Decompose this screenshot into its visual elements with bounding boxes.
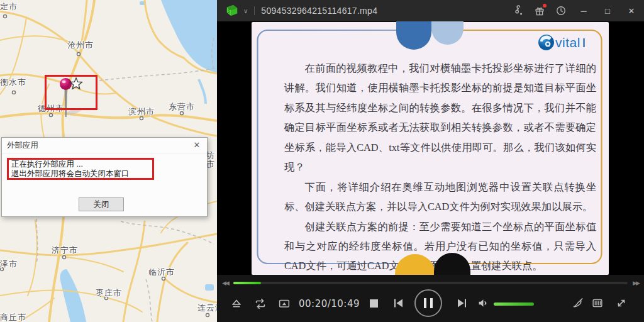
pepper-icon[interactable]: [570, 296, 584, 310]
city-label: 商丘市: [0, 312, 26, 322]
map-annotation-rectangle: [45, 75, 97, 110]
maximize-button[interactable]: □: [600, 6, 615, 16]
dialog-close-icon[interactable]: ✕: [191, 138, 203, 153]
city-label: 沧州市: [67, 40, 94, 51]
city-label: 东营市: [169, 101, 195, 113]
chevron-down-icon[interactable]: ∨: [243, 8, 248, 14]
screen: 定市 沧州市 衡水市 德州市 滨州市 东营市 坊市 济宁市 泽市 临沂市 枣庄市…: [0, 0, 644, 322]
seek-forward-icon[interactable]: ▶▶: [633, 280, 639, 286]
slide-paragraph: 下面，将详细介绍在奥维互动地图浏览器中设置关联点转换坐标、创建关联点方案，并以导…: [284, 177, 596, 217]
city-label: 定市: [0, 1, 18, 13]
city-label: 枣庄市: [96, 287, 122, 299]
pond: [205, 284, 214, 291]
playlist-icon[interactable]: [591, 296, 604, 310]
player-controls: ◀◀ ▶▶: [217, 275, 644, 322]
stop-button[interactable]: [370, 299, 378, 308]
dialog-titlebar[interactable]: 外部应用 ✕: [2, 138, 207, 153]
player-logo-film-icon[interactable]: [225, 4, 240, 18]
close-button[interactable]: ✕: [624, 6, 639, 16]
volume-icon[interactable]: [476, 296, 490, 310]
titlebar-divider: [254, 6, 255, 15]
seek-row: ◀◀ ▶▶: [217, 275, 644, 289]
city-label: 衡水市: [0, 77, 26, 88]
river: [199, 79, 206, 104]
open-file-eject-icon[interactable]: [230, 297, 243, 311]
pause-button[interactable]: [414, 289, 442, 317]
video-area[interactable]: vital 在前面的视频教程中，我们对横轴墨卡托投影坐标进行了详细的讲解。我们知…: [217, 21, 644, 275]
seek-progress: [233, 282, 261, 284]
slide-paragraph: 在前面的视频教程中，我们对横轴墨卡托投影坐标进行了详细的讲解。我们知道，使用横轴…: [284, 58, 596, 177]
city-label: 滨州市: [128, 106, 155, 118]
video-player-window: ∨ 5094532964215114617.mp4: [217, 0, 644, 322]
external-app-dialog: 外部应用 ✕ 正在执行外部应用 ... 退出外部应用将会自动关闭本窗口 关闭: [1, 137, 208, 217]
next-track-button[interactable]: [455, 296, 470, 311]
slide-text: 在前面的视频教程中，我们对横轴墨卡托投影坐标进行了详细的讲解。我们知道，使用横轴…: [284, 58, 596, 275]
loop-mode-icon[interactable]: [253, 297, 267, 311]
city-label: 连云港: [197, 303, 217, 314]
slide-content: vital 在前面的视频教程中，我们对横轴墨卡托投影坐标进行了详细的讲解。我们知…: [252, 22, 609, 275]
history-clock-icon[interactable]: [555, 4, 567, 17]
dialog-message-line1: 正在执行外部应用 ...: [11, 160, 150, 169]
screencast-icon[interactable]: [277, 297, 291, 311]
seek-back-icon[interactable]: ◀◀: [222, 280, 228, 286]
dialog-close-button[interactable]: 关闭: [79, 197, 124, 211]
gift-icon[interactable]: [533, 4, 546, 17]
dialog-message-highlight: 正在执行外部应用 ... 退出外部应用将会自动关闭本窗口: [7, 158, 154, 180]
previous-track-button[interactable]: [391, 296, 406, 311]
minimize-button[interactable]: ─: [576, 6, 591, 16]
ovital-logo-text: vital: [555, 35, 580, 50]
volume-slider[interactable]: [494, 303, 534, 306]
dialog-title: 外部应用: [7, 141, 38, 150]
city-label: 临沂市: [148, 267, 175, 278]
ovital-logo-icon: [538, 34, 555, 51]
notification-dot: [543, 4, 547, 8]
city-label: 泽市: [0, 258, 18, 270]
video-filename: 5094532964215114617.mp4: [261, 6, 377, 16]
control-buttons-row: 00:20/10:49: [217, 289, 644, 322]
lake-water: [60, 269, 86, 322]
logo-dash: [583, 38, 585, 47]
player-titlebar[interactable]: ∨ 5094532964215114617.mp4: [217, 0, 644, 21]
fullscreen-icon[interactable]: [614, 296, 628, 310]
link-icon[interactable]: [512, 4, 525, 17]
city-label: 济宁市: [52, 245, 78, 256]
seek-bar[interactable]: [233, 282, 628, 284]
time-display: 00:20/10:49: [299, 298, 360, 309]
dialog-message-line2: 退出外部应用将会自动关闭本窗口: [11, 169, 150, 179]
city-label: 坊市: [206, 151, 216, 169]
ovital-logo: vital: [538, 34, 585, 51]
